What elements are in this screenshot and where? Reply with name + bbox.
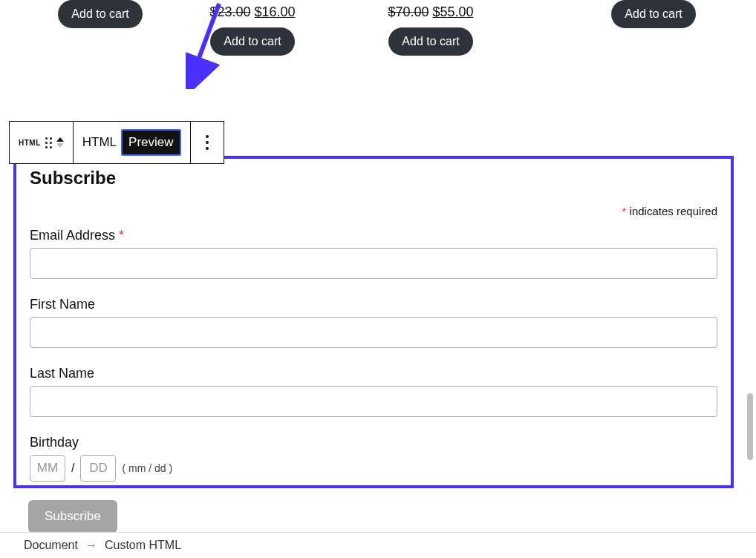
move-up-icon[interactable] [56,137,64,142]
scrollbar-thumb[interactable] [747,393,753,460]
breadcrumb-root[interactable]: Document [24,539,78,552]
required-star-icon: * [119,228,124,243]
price-old: $70.00 [388,4,428,19]
block-type-cell: HTML [10,122,74,163]
add-to-cart-button[interactable]: Add to cart [210,27,294,56]
birthday-slash: / [71,462,74,475]
subscribe-title: Subscribe [30,168,717,188]
subscribe-button[interactable]: Subscribe [28,500,117,533]
indicates-required-text: indicates required [630,205,717,217]
drag-handle-icon[interactable] [45,137,52,148]
birthday-label: Birthday [30,435,717,450]
breadcrumb: Document → Custom HTML [0,532,756,558]
product-2: $23.00 $16.00 Add to cart [208,0,297,56]
breadcrumb-current[interactable]: Custom HTML [105,539,181,552]
add-to-cart-button[interactable]: Add to cart [388,27,472,56]
birthday-day-field[interactable] [80,455,116,482]
email-label: Email Address * [30,228,717,243]
birthday-row: / ( mm / dd ) [30,455,717,482]
html-tab[interactable]: HTML [82,135,117,150]
more-options-cell [191,122,224,163]
product-1: Add to cart [56,0,145,28]
product-3: $70.00 $55.00 Add to cart [386,0,475,56]
add-to-cart-button[interactable]: Add to cart [58,0,142,28]
vertical-scrollbar[interactable] [746,0,755,558]
kebab-icon[interactable] [206,135,209,150]
products-row: Add to cart $23.00 $16.00 Add to cart $7… [0,0,756,56]
indicates-required: * indicates required [30,205,717,217]
view-toggle-cell: HTML Preview [74,122,191,163]
birthday-help: ( mm / dd ) [122,462,172,474]
product-4: Add to cart [609,0,698,28]
last-name-label: Last Name [30,366,717,381]
required-star-icon: * [622,205,627,217]
price-new: $16.00 [255,4,296,19]
chevron-right-icon: → [85,539,97,552]
preview-tab[interactable]: Preview [121,129,180,156]
birthday-month-field[interactable] [30,455,65,482]
subscribe-panel: Subscribe * indicates required Email Add… [13,156,734,488]
product-price: $23.00 $16.00 [209,4,295,20]
first-name-field[interactable] [30,317,717,348]
block-toolbar: HTML HTML Preview [9,121,224,164]
last-name-field[interactable] [30,386,717,417]
product-price: $70.00 $55.00 [388,4,473,20]
price-new: $55.00 [433,4,474,19]
block-type-chip[interactable]: HTML [19,139,41,147]
add-to-cart-button[interactable]: Add to cart [611,0,695,28]
email-field[interactable] [30,248,717,279]
move-down-icon[interactable] [56,143,64,148]
block-mover [56,137,64,148]
price-old: $23.00 [209,4,250,19]
first-name-label: First Name [30,297,717,312]
